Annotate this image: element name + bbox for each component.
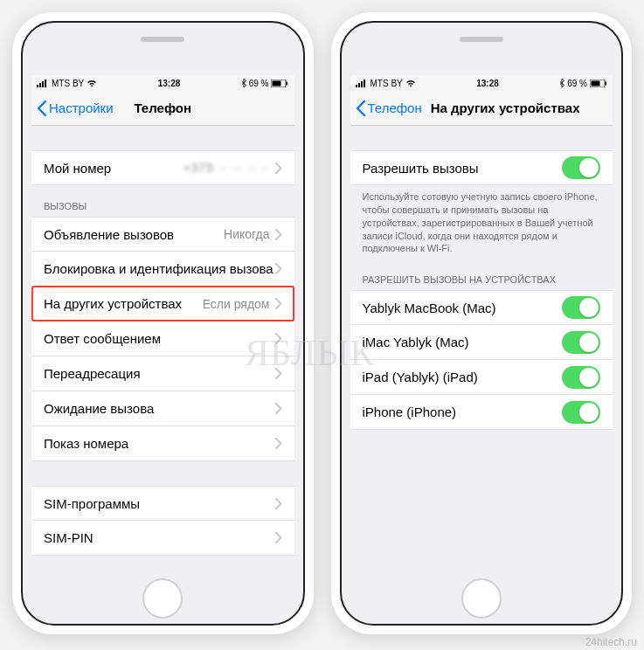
row-allow-calls[interactable]: Разрешить вызовы: [350, 150, 613, 185]
back-label: Телефон: [368, 100, 422, 115]
home-button[interactable]: [461, 578, 502, 619]
svg-rect-2: [42, 81, 44, 87]
toggle-switch[interactable]: [562, 366, 600, 389]
chevron-right-icon: [275, 403, 282, 414]
phone-left: MTS BY 13:28 69 %: [12, 12, 314, 634]
row-announce-calls[interactable]: Объявление вызовов Никогда: [31, 217, 294, 252]
row-label: iPhone (iPhone): [363, 405, 563, 419]
row-call-blocking[interactable]: Блокировка и идентификация вызова: [31, 252, 294, 287]
chevron-left-icon: [37, 100, 47, 116]
clock-label: 13:28: [158, 79, 181, 88]
row-label: Переадресация: [44, 366, 275, 381]
row-label: SIM-PIN: [44, 530, 275, 545]
svg-rect-8: [358, 83, 360, 87]
row-caller-id[interactable]: Показ номера: [31, 426, 294, 461]
row-label: Объявление вызовов: [44, 227, 224, 242]
svg-rect-0: [37, 85, 38, 87]
svg-rect-7: [356, 85, 357, 87]
chevron-right-icon: [275, 498, 282, 509]
row-label: Ответ сообщением: [44, 331, 275, 346]
group-header-calls: ВЫЗОВЫ: [31, 185, 294, 217]
clock-label: 13:28: [476, 79, 499, 88]
home-button[interactable]: [142, 578, 183, 619]
row-label: Разрешить вызовы: [363, 161, 563, 176]
row-my-number[interactable]: Мой номер +375 ·· ··· ·· ··: [31, 150, 294, 185]
nav-bar: Настройки Телефон: [31, 91, 294, 126]
wifi-icon: [87, 80, 97, 87]
row-label: iMac Yablyk (Mac): [363, 335, 563, 349]
row-label: Блокировка и идентификация вызова: [44, 261, 275, 276]
carrier-label: MTS BY: [52, 79, 84, 88]
battery-icon: [271, 80, 288, 87]
battery-label: 69 %: [249, 79, 269, 88]
group-header-devices: РАЗРЕШИТЬ ВЫЗОВЫ НА УСТРОЙСТВАХ: [350, 259, 613, 290]
svg-rect-1: [39, 83, 41, 87]
row-sim-apps[interactable]: SIM-программы: [31, 486, 294, 521]
phone-speaker: [141, 37, 184, 42]
nav-title: Телефон: [134, 100, 191, 115]
row-device[interactable]: iPad (Yablyk) (iPad): [350, 360, 613, 395]
row-other-devices[interactable]: На других устройствах Если рядом: [31, 287, 294, 322]
toggle-switch[interactable]: [562, 401, 600, 424]
svg-rect-5: [273, 80, 281, 86]
chevron-right-icon: [275, 333, 282, 344]
battery-icon: [590, 80, 607, 87]
row-label: iPad (Yablyk) (iPad): [363, 370, 563, 384]
svg-rect-13: [605, 81, 606, 85]
chevron-right-icon: [275, 438, 282, 449]
row-detail: Если рядом: [203, 297, 270, 311]
chevron-right-icon: [275, 368, 282, 379]
row-label: Yablyk MacBook (Mac): [363, 301, 563, 315]
signal-icon: [37, 80, 49, 87]
wifi-icon: [405, 80, 416, 87]
row-call-waiting[interactable]: Ожидание вызова: [31, 391, 294, 426]
phone-number-value: +375 ·· ··· ·· ··: [183, 161, 269, 175]
toggle-switch[interactable]: [562, 296, 600, 319]
chevron-right-icon: [275, 229, 282, 240]
row-sim-pin[interactable]: SIM-PIN: [31, 521, 294, 556]
row-label: Показ номера: [44, 436, 275, 451]
row-label: На других устройствах: [44, 296, 203, 311]
bluetooth-icon: [241, 79, 246, 87]
row-reply-message[interactable]: Ответ сообщением: [31, 322, 294, 356]
group-footer: Используйте сотовую учетную запись своег…: [350, 185, 613, 259]
svg-rect-10: [364, 80, 365, 87]
chevron-right-icon: [275, 263, 282, 274]
row-device[interactable]: iPhone (iPhone): [350, 395, 613, 430]
toggle-switch[interactable]: [562, 156, 600, 179]
signal-icon: [356, 80, 368, 87]
chevron-left-icon: [356, 100, 366, 116]
svg-rect-9: [361, 81, 363, 87]
row-label: Ожидание вызова: [44, 401, 275, 416]
carrier-label: MTS BY: [370, 79, 403, 88]
chevron-right-icon: [275, 532, 282, 543]
phone-speaker: [460, 37, 503, 42]
phone-right: MTS BY 13:28 69 %: [331, 12, 633, 634]
svg-rect-12: [591, 80, 599, 86]
toggle-switch[interactable]: [562, 331, 600, 354]
bluetooth-icon: [559, 79, 564, 87]
back-button[interactable]: Настройки: [37, 100, 114, 116]
svg-rect-6: [287, 81, 288, 85]
site-watermark: 24hitech.ru: [585, 636, 637, 648]
row-detail: Никогда: [224, 227, 269, 241]
status-bar: MTS BY 13:28 69 %: [31, 75, 294, 91]
row-device[interactable]: iMac Yablyk (Mac): [350, 325, 613, 360]
settings-list[interactable]: Разрешить вызовы Используйте сотовую уче…: [350, 126, 613, 559]
status-bar: MTS BY 13:28 69 %: [350, 75, 613, 91]
row-label: SIM-программы: [44, 496, 275, 511]
back-button[interactable]: Телефон: [356, 100, 422, 116]
settings-list[interactable]: Мой номер +375 ·· ··· ·· ·· ВЫЗОВЫ Объяв…: [31, 126, 294, 559]
chevron-right-icon: [275, 298, 282, 309]
row-forwarding[interactable]: Переадресация: [31, 356, 294, 391]
chevron-right-icon: [275, 162, 282, 174]
svg-rect-3: [45, 80, 46, 87]
battery-label: 69 %: [567, 79, 587, 88]
row-label: Мой номер: [44, 161, 183, 176]
back-label: Настройки: [49, 100, 114, 115]
nav-title: На других устройствах: [426, 100, 607, 115]
row-device[interactable]: Yablyk MacBook (Mac): [350, 290, 613, 325]
nav-bar: Телефон На других устройствах: [350, 91, 613, 126]
